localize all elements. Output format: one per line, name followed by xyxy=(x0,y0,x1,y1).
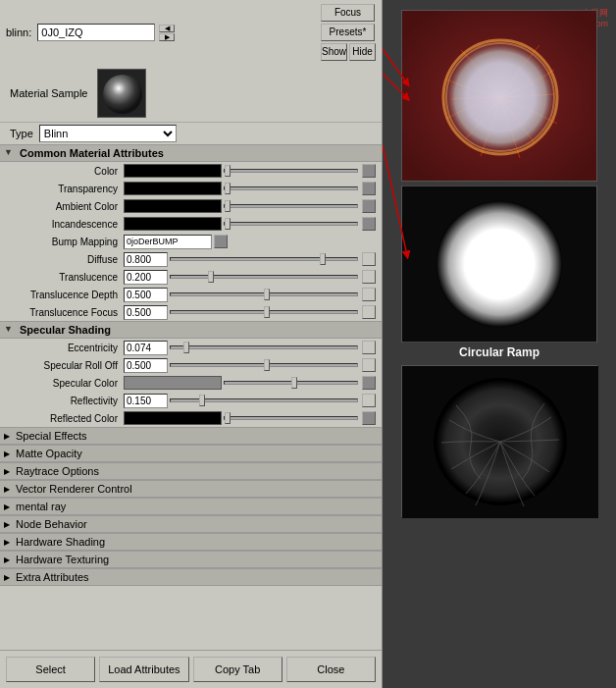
reflectivity-track[interactable] xyxy=(170,398,358,402)
ambient-thumb[interactable] xyxy=(225,200,231,212)
matte-opacity-section[interactable]: ▶ Matte Opacity xyxy=(0,445,382,462)
mental-ray-icon: ▶ xyxy=(4,503,12,510)
reflected-color-thumb[interactable] xyxy=(225,412,231,424)
transparency-thumb[interactable] xyxy=(225,183,231,194)
diffuse-icon-btn[interactable] xyxy=(362,252,376,266)
ambient-swatch[interactable] xyxy=(124,199,222,213)
specular-color-icon-btn[interactable] xyxy=(362,376,376,390)
mental-ray-section[interactable]: ▶ mental ray xyxy=(0,498,382,515)
blinn-input[interactable] xyxy=(37,24,155,41)
specular-roll-thumb[interactable] xyxy=(264,359,270,371)
color-icon-btn[interactable] xyxy=(362,164,376,178)
incandescence-slider xyxy=(222,222,360,226)
copy-tab-button[interactable]: Copy Tab xyxy=(193,657,282,682)
diffuse-input[interactable] xyxy=(124,252,168,267)
translucence-thumb[interactable] xyxy=(208,271,214,283)
specular-roll-track[interactable] xyxy=(170,363,358,367)
specular-roll-icon-btn[interactable] xyxy=(362,358,376,372)
transparency-track[interactable] xyxy=(224,186,358,190)
translucence-depth-thumb[interactable] xyxy=(264,289,270,300)
translucence-track[interactable] xyxy=(170,275,358,279)
special-effects-section[interactable]: ▶ Special Effects xyxy=(0,427,382,445)
eye-texture-preview xyxy=(401,10,597,182)
extra-attributes-section[interactable]: ▶ Extra Attributes xyxy=(0,568,382,586)
reflected-color-icon-btn[interactable] xyxy=(362,411,376,425)
reflectivity-icon-btn[interactable] xyxy=(362,394,376,407)
eccentricity-input[interactable] xyxy=(124,341,168,355)
extra-attributes-icon: ▶ xyxy=(4,573,12,581)
color-swatch[interactable] xyxy=(124,164,222,178)
presets-button[interactable]: Presets* xyxy=(321,24,375,41)
select-button[interactable]: Select xyxy=(6,657,95,682)
translucence-icon-btn[interactable] xyxy=(362,270,376,284)
transparency-swatch[interactable] xyxy=(124,182,222,195)
vector-renderer-icon: ▶ xyxy=(4,485,12,493)
ambient-slider xyxy=(222,204,360,208)
ambient-icon-btn[interactable] xyxy=(362,199,376,213)
focus-button[interactable]: Focus xyxy=(321,4,375,22)
eccentricity-icon-btn[interactable] xyxy=(362,341,376,354)
mental-ray-label: mental ray xyxy=(16,501,66,512)
next-arrow-btn[interactable]: ▶ xyxy=(159,33,175,41)
node-behavior-section[interactable]: ▶ Node Behavior xyxy=(0,515,382,533)
diffuse-track[interactable] xyxy=(170,257,358,261)
common-material-section-header[interactable]: ▼ Common Material Attributes xyxy=(0,144,382,162)
translucence-input[interactable] xyxy=(124,270,168,285)
specular-color-thumb[interactable] xyxy=(291,377,297,389)
specular-roll-input[interactable] xyxy=(124,358,168,373)
hardware-shading-section[interactable]: ▶ Hardware Shading xyxy=(0,533,382,551)
reflectivity-input[interactable] xyxy=(124,394,168,408)
hardware-texturing-section[interactable]: ▶ Hardware Texturing xyxy=(0,551,382,568)
matte-opacity-label: Matte Opacity xyxy=(16,448,82,459)
incandescence-icon-btn[interactable] xyxy=(362,217,376,231)
ambient-track[interactable] xyxy=(224,204,358,208)
translucence-focus-icon-btn[interactable] xyxy=(362,305,376,319)
incandescence-swatch[interactable] xyxy=(124,217,222,231)
translucence-focus-track[interactable] xyxy=(170,310,358,314)
translucence-depth-input[interactable] xyxy=(124,288,168,302)
type-select[interactable]: Blinn Lambert Phong xyxy=(39,125,177,142)
reflectivity-slider xyxy=(168,398,360,402)
specular-color-track[interactable] xyxy=(224,381,358,385)
diffuse-thumb[interactable] xyxy=(320,253,326,265)
reflected-color-swatch[interactable] xyxy=(124,411,222,425)
reflectivity-label: Reflectivity xyxy=(6,396,124,406)
reflected-color-track[interactable] xyxy=(224,416,358,420)
translucence-focus-row: Translucence Focus xyxy=(0,303,382,321)
node-behavior-label: Node Behavior xyxy=(16,518,87,530)
translucence-focus-thumb[interactable] xyxy=(264,306,270,318)
translucence-depth-label: Translucence Depth xyxy=(6,290,124,300)
specular-color-swatch[interactable] xyxy=(124,376,222,390)
eccentricity-thumb[interactable] xyxy=(183,342,189,353)
bump-icon-btn[interactable] xyxy=(214,235,228,248)
incandescence-thumb[interactable] xyxy=(225,218,231,230)
translucence-depth-track[interactable] xyxy=(170,292,358,296)
material-thumbnail[interactable] xyxy=(97,69,146,118)
specular-section-header[interactable]: ▼ Specular Shading xyxy=(0,321,382,339)
bump-input[interactable] xyxy=(124,235,212,249)
ambient-row: Ambient Color xyxy=(0,197,382,215)
vector-renderer-section[interactable]: ▶ Vector Renderer Control xyxy=(0,480,382,498)
eccentricity-track[interactable] xyxy=(170,345,358,349)
raytrace-section[interactable]: ▶ Raytrace Options xyxy=(0,462,382,480)
incandescence-track[interactable] xyxy=(224,222,358,226)
color-slider-thumb[interactable] xyxy=(225,165,231,177)
translucence-depth-icon-btn[interactable] xyxy=(362,288,376,301)
transparency-icon-btn[interactable] xyxy=(362,182,376,195)
prev-arrow-btn[interactable]: ◀ xyxy=(159,25,175,32)
color-slider-track[interactable] xyxy=(224,169,358,173)
hide-button[interactable]: Hide xyxy=(349,43,376,61)
node-behavior-icon: ▶ xyxy=(4,520,12,528)
special-effects-icon: ▶ xyxy=(4,432,12,440)
reflectivity-thumb[interactable] xyxy=(199,395,205,406)
circular-ramp-preview xyxy=(401,185,597,343)
show-hide-row: Show Hide xyxy=(321,43,376,61)
specular-expand-icon: ▼ xyxy=(4,324,16,336)
ambient-label: Ambient Color xyxy=(6,201,124,212)
translucence-focus-input[interactable] xyxy=(124,305,168,320)
scroll-area[interactable]: ▼ Common Material Attributes Color Trans… xyxy=(0,144,382,650)
close-button[interactable]: Close xyxy=(286,657,376,682)
show-button[interactable]: Show xyxy=(321,43,347,61)
translucence-depth-slider xyxy=(168,292,360,296)
load-attributes-button[interactable]: Load Attributes xyxy=(99,657,188,682)
